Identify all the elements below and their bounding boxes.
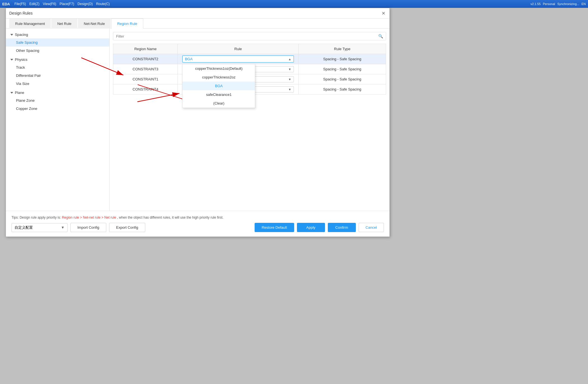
filter-bar: 🔍 [113,32,386,40]
expand-icon-physics [10,59,13,61]
dialog-titlebar: Design Rules ✕ [6,8,389,18]
close-button[interactable]: ✕ [381,10,386,16]
version-label: v2.1.55 [531,2,541,6]
dialog-body: Spacing Safe Spacing Other Spacing Physi… [6,29,389,211]
cell-rule-type: Spacing - Safe Spacing [298,84,386,94]
filter-input[interactable] [116,34,376,38]
dropdown-item-2[interactable]: BGA [183,82,255,90]
export-config-button[interactable]: Export Config [109,223,145,232]
dropdown-item-0[interactable]: copperThickness1oz(Default) [183,64,255,73]
dropdown-menu: copperThickness1oz(Default) copperThickn… [182,64,255,108]
cell-region-name: CONSTRAINT2 [113,54,178,64]
tab-region-rule[interactable]: Region Rule [111,18,143,29]
sidebar-group-label-spacing: Spacing [15,33,28,37]
config-select-arrow-icon: ▼ [61,225,64,230]
app-logo: EDA [2,2,10,6]
sidebar-group-header-plane[interactable]: Plane [6,89,109,96]
expand-icon-plane [10,92,13,94]
dropdown-arrow-icon: ▼ [288,88,291,91]
col-rule-type: Rule Type [298,44,386,54]
sidebar-group-header-physics[interactable]: Physics [6,56,109,63]
topbar-right: v2.1.55 Personal Synchronizing... EN [531,2,586,6]
cell-rule-type: Spacing - Safe Spacing [298,64,386,74]
sidebar-group-label-physics: Physics [15,57,27,62]
menu-route[interactable]: Route(C) [96,2,110,6]
cell-region-name: CONSTRAINT3 [113,64,178,74]
sidebar-group-spacing: Spacing Safe Spacing Other Spacing [6,31,109,55]
search-icon: 🔍 [378,34,383,38]
cell-rule-type: Spacing - Safe Spacing [298,54,386,64]
tab-rule-management[interactable]: Rule Management [9,18,51,29]
menu-place[interactable]: Place(F7) [60,2,74,6]
menu-file[interactable]: File(F5) [14,2,26,6]
tips-text: Tips: Design rule apply priority is: Reg… [11,216,384,219]
cancel-button[interactable]: Cancel [359,223,384,232]
tips-highlight: Region rule > Net-net rule > Net rule [62,216,116,219]
cell-region-name: CONSTRAINT1 [113,74,178,84]
restore-default-button[interactable]: Restore Default [255,223,294,232]
expand-icon-spacing [10,34,13,36]
apply-button[interactable]: Apply [297,223,325,232]
tab-net-rule[interactable]: Net Rule [51,18,77,29]
dropdown-item-4[interactable]: (Clear) [183,99,255,108]
config-select-value: 自定义配置 [15,225,33,230]
dropdown-arrow-icon: ▲ [288,57,291,61]
col-region-name: Region Name [113,44,178,54]
col-rule: Rule [178,44,299,54]
dialog-footer: Tips: Design rule apply priority is: Reg… [6,211,389,237]
dialog-title: Design Rules [9,11,33,15]
design-rules-dialog: Design Rules ✕ Rule Management Net Rule … [6,8,390,237]
sidebar-group-header-spacing[interactable]: Spacing [6,31,109,38]
cell-rule-dropdown[interactable]: BGA ▲ copperThickness1oz(Default) copper… [178,54,299,64]
rules-table: Region Name Rule Rule Type CONSTRAINT2 B… [113,44,386,94]
sidebar-group-plane: Plane Plane Zone Copper Zone [6,89,109,113]
topbar: EDA File(F5) Edit(Z) View(F6) Place(F7) … [0,0,588,8]
cell-region-name: CONSTRAINT4 [113,84,178,94]
sidebar-item-plane-zone[interactable]: Plane Zone [6,96,109,105]
tab-net-net-rule[interactable]: Net-Net Rule [78,18,111,29]
dropdown-item-1[interactable]: copperThickness2oz [183,73,255,82]
tips-prefix: Tips: Design rule apply priority is: [11,216,62,219]
main-content: 🔍 Region Name Rule Rule Type CONSTRAINT2 [110,29,389,211]
sidebar-item-track[interactable]: Track [6,63,109,71]
menu-design[interactable]: Design(D) [78,2,93,6]
menu-edit[interactable]: Edit(Z) [29,2,40,6]
menu-view[interactable]: View(F6) [43,2,56,6]
dialog-tabs: Rule Management Net Rule Net-Net Rule Re… [6,18,389,29]
rule-dropdown-btn[interactable]: BGA ▲ [182,55,294,63]
import-config-button[interactable]: Import Config [70,223,106,232]
config-select[interactable]: 自定义配置 ▼ [11,223,68,232]
dropdown-item-3[interactable]: safeClearance1 [183,90,255,99]
license-label: Personal [543,2,555,6]
menu-bar: File(F5) Edit(Z) View(F6) Place(F7) Desi… [14,2,110,6]
sidebar-group-physics: Physics Track Differential Pair Via Size [6,56,109,88]
sidebar-item-safe-spacing[interactable]: Safe Spacing [6,38,109,47]
table-row: CONSTRAINT2 BGA ▲ copperThickness1oz(Def… [113,54,386,64]
sidebar-item-copper-zone[interactable]: Copper Zone [6,105,109,113]
tips-suffix: , when the object has different rules, i… [117,216,223,219]
footer-bottom: 自定义配置 ▼ Import Config Export Config Rest… [11,223,384,232]
lang-label: EN [582,2,586,6]
sidebar: Spacing Safe Spacing Other Spacing Physi… [6,29,110,211]
dropdown-value: BGA [185,57,192,61]
dropdown-arrow-icon: ▼ [288,68,291,71]
sidebar-item-other-spacing[interactable]: Other Spacing [6,47,109,55]
sync-label: Synchronizing... [557,2,579,6]
dropdown-arrow-icon: ▼ [288,78,291,81]
confirm-button[interactable]: Confirm [328,223,356,232]
sidebar-item-via-size[interactable]: Via Size [6,80,109,88]
sidebar-item-differential-pair[interactable]: Differential Pair [6,71,109,80]
cell-rule-type: Spacing - Safe Spacing [298,74,386,84]
sidebar-group-label-plane: Plane [15,91,24,95]
